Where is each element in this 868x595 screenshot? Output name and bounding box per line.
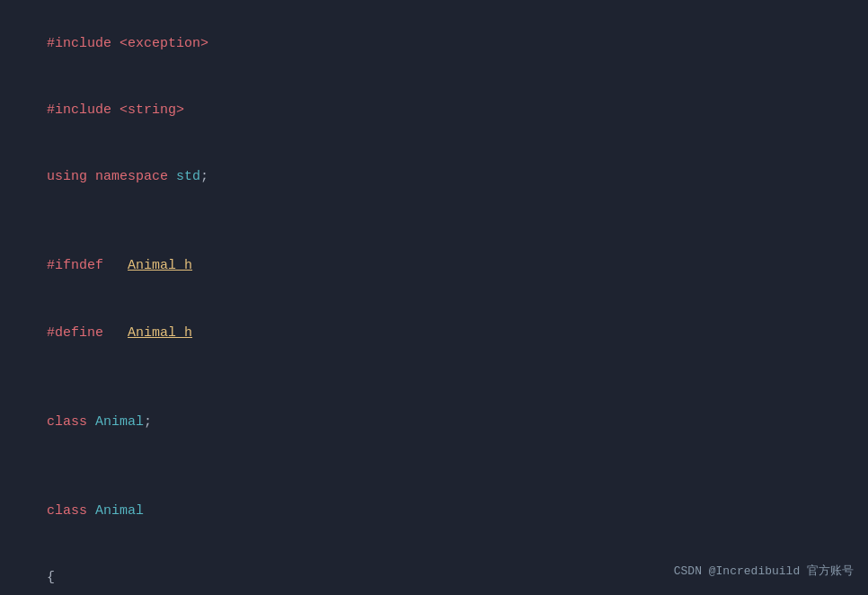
empty-line-4 <box>14 211 854 234</box>
space <box>87 503 95 519</box>
code-line-10: class Animal <box>14 478 854 545</box>
class-animal-def: Animal <box>95 503 144 519</box>
namespace-std: std <box>176 169 200 184</box>
code-editor: #include <exception> #include <string> u… <box>0 0 868 595</box>
space <box>168 169 176 184</box>
keyword-class-1: class <box>47 414 87 430</box>
empty-line-7 <box>14 367 854 389</box>
preprocessor-ifndef: #ifndef <box>47 258 103 273</box>
code-line-2: #include <string> <box>14 77 854 144</box>
include-lib-2: <string> <box>120 102 184 118</box>
semicolon: ; <box>200 169 208 184</box>
space <box>111 36 120 51</box>
open-brace: { <box>47 570 55 585</box>
watermark: CSDN @Incredibuild 官方账号 <box>674 561 854 582</box>
include-lib-1: <exception> <box>120 36 208 51</box>
preprocessor-include-1: #include <box>47 36 111 51</box>
keyword-using: using <box>47 169 87 184</box>
spaces <box>103 325 128 341</box>
space <box>87 169 95 184</box>
preprocessor-define: #define <box>47 325 103 341</box>
space <box>111 102 120 118</box>
code-line-1: #include <exception> <box>14 11 854 77</box>
code-line-3: using namespace std; <box>14 145 854 211</box>
semicolon-2: ; <box>144 414 152 430</box>
code-line-5: #ifndef Animal_h <box>14 234 854 300</box>
class-animal-forward: Animal <box>95 414 144 430</box>
code-line-8: class Animal; <box>14 389 854 456</box>
guard-name-2: Animal_h <box>128 325 192 341</box>
empty-line-9 <box>14 456 854 478</box>
spaces <box>103 258 128 273</box>
space <box>87 414 95 430</box>
code-line-6: #define Animal_h <box>14 300 854 367</box>
watermark-text: CSDN @Incredibuild 官方账号 <box>674 564 854 578</box>
keyword-class-2: class <box>47 503 87 519</box>
keyword-namespace: namespace <box>95 169 168 184</box>
preprocessor-include-2: #include <box>47 102 111 118</box>
guard-name-1: Animal_h <box>128 258 192 273</box>
